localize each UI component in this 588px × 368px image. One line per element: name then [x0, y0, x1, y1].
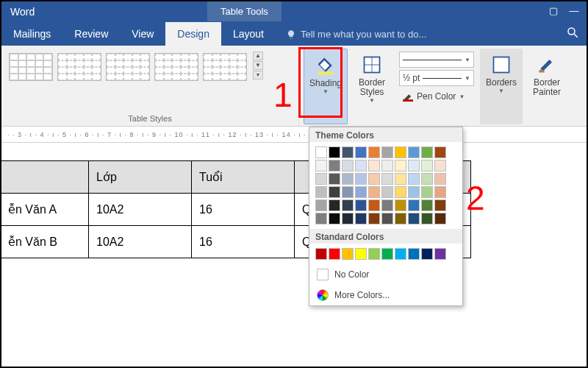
table-header-cell[interactable] [1, 161, 89, 194]
tab-design[interactable]: Design [165, 22, 221, 46]
color-swatch[interactable] [368, 248, 380, 260]
color-swatch[interactable] [315, 213, 327, 224]
shading-button[interactable]: Shading ▼ [304, 49, 348, 124]
style-thumb[interactable] [203, 53, 247, 81]
chevron-down-icon[interactable]: ▼ [253, 61, 263, 70]
table-cell[interactable]: ễn Văn B [1, 226, 89, 258]
gallery-more-icon[interactable]: ▾ [253, 71, 263, 79]
color-swatch[interactable] [329, 160, 340, 171]
color-swatch[interactable] [421, 186, 433, 198]
document-area[interactable]: Lớp Tuổi ễn Văn A 10A2 16 Quận Thủ Đức ễ… [1, 143, 587, 258]
table-header-cell[interactable]: Lớp [89, 161, 192, 194]
table-header-cell[interactable]: Tuổi [192, 161, 295, 194]
color-swatch[interactable] [342, 186, 354, 198]
color-swatch[interactable] [342, 160, 354, 171]
color-swatch[interactable] [342, 146, 354, 158]
color-swatch[interactable] [368, 186, 380, 198]
color-swatch[interactable] [434, 160, 446, 171]
style-thumb[interactable] [154, 53, 198, 81]
color-swatch[interactable] [395, 146, 406, 158]
gallery-scroll[interactable]: ▲▼▾ [251, 50, 265, 81]
color-swatch[interactable] [381, 213, 393, 224]
color-swatch[interactable] [329, 146, 340, 158]
color-swatch[interactable] [329, 248, 340, 260]
color-swatch[interactable] [355, 248, 367, 260]
color-swatch[interactable] [342, 199, 354, 211]
color-swatch[interactable] [381, 186, 393, 198]
table-styles-gallery[interactable] [7, 50, 248, 81]
color-swatch[interactable] [315, 248, 327, 260]
color-swatch[interactable] [342, 173, 354, 185]
tab-mailings[interactable]: Mailings [1, 22, 62, 46]
color-swatch[interactable] [355, 199, 367, 211]
color-swatch[interactable] [342, 213, 354, 224]
color-swatch[interactable] [408, 173, 420, 185]
color-swatch[interactable] [421, 213, 433, 224]
color-swatch[interactable] [315, 160, 327, 171]
color-swatch[interactable] [434, 199, 446, 211]
color-swatch[interactable] [355, 173, 367, 185]
color-swatch[interactable] [395, 199, 406, 211]
border-painter-button[interactable]: Border Painter [526, 49, 568, 124]
color-swatch[interactable] [381, 199, 393, 211]
color-swatch[interactable] [329, 173, 340, 185]
no-color-item[interactable]: No Color [309, 264, 462, 285]
color-swatch[interactable] [408, 213, 420, 224]
search-icon[interactable] [559, 21, 587, 46]
borders-button[interactable]: Borders ▼ [480, 49, 523, 124]
color-swatch[interactable] [408, 160, 420, 171]
color-swatch[interactable] [355, 146, 367, 158]
color-swatch[interactable] [315, 146, 327, 158]
color-swatch[interactable] [368, 160, 380, 171]
color-swatch[interactable] [395, 160, 406, 171]
color-swatch[interactable] [395, 248, 406, 260]
pen-color-button[interactable]: Pen Color▼ [399, 88, 474, 105]
color-swatch[interactable] [381, 146, 393, 158]
color-swatch[interactable] [395, 186, 406, 198]
color-swatch[interactable] [342, 248, 354, 260]
color-swatch[interactable] [368, 199, 380, 211]
style-thumb[interactable] [9, 53, 53, 81]
color-swatch[interactable] [434, 248, 446, 260]
color-swatch[interactable] [421, 248, 433, 260]
color-swatch[interactable] [395, 173, 406, 185]
table-cell[interactable]: 10A2 [89, 226, 192, 258]
color-swatch[interactable] [368, 213, 380, 224]
table-cell[interactable]: 10A2 [89, 194, 192, 226]
color-swatch[interactable] [329, 199, 340, 211]
color-swatch[interactable] [421, 173, 433, 185]
color-swatch[interactable] [355, 186, 367, 198]
color-swatch[interactable] [408, 199, 420, 211]
color-swatch[interactable] [434, 213, 446, 224]
color-swatch[interactable] [381, 160, 393, 171]
style-thumb[interactable] [57, 53, 101, 81]
style-thumb[interactable] [106, 53, 150, 81]
color-swatch[interactable] [434, 173, 446, 185]
border-styles-button[interactable]: Border Styles ▼ [351, 49, 393, 124]
pen-style-selector[interactable]: ▼ [399, 52, 474, 68]
tell-me-search[interactable]: Tell me what you want to do... [276, 23, 437, 46]
color-swatch[interactable] [368, 173, 380, 185]
table-cell[interactable]: 16 [192, 194, 295, 226]
table-cell[interactable]: ễn Văn A [1, 194, 89, 226]
tab-review[interactable]: Review [62, 22, 120, 46]
color-swatch[interactable] [315, 199, 327, 211]
restore-icon[interactable]: ▢ [547, 4, 560, 17]
tab-view[interactable]: View [120, 22, 165, 46]
color-swatch[interactable] [368, 146, 380, 158]
table-cell[interactable]: 16 [192, 226, 295, 258]
color-swatch[interactable] [329, 213, 340, 224]
color-swatch[interactable] [381, 173, 393, 185]
color-swatch[interactable] [408, 248, 420, 260]
color-swatch[interactable] [315, 186, 327, 198]
color-swatch[interactable] [329, 186, 340, 198]
pen-weight-selector[interactable]: ½ pt▼ [399, 70, 474, 86]
color-swatch[interactable] [408, 146, 420, 158]
color-swatch[interactable] [421, 199, 433, 211]
color-swatch[interactable] [355, 213, 367, 224]
color-swatch[interactable] [355, 160, 367, 171]
minimize-icon[interactable]: — [567, 4, 581, 17]
tab-layout[interactable]: Layout [221, 22, 276, 46]
color-swatch[interactable] [421, 160, 433, 171]
color-swatch[interactable] [434, 146, 446, 158]
